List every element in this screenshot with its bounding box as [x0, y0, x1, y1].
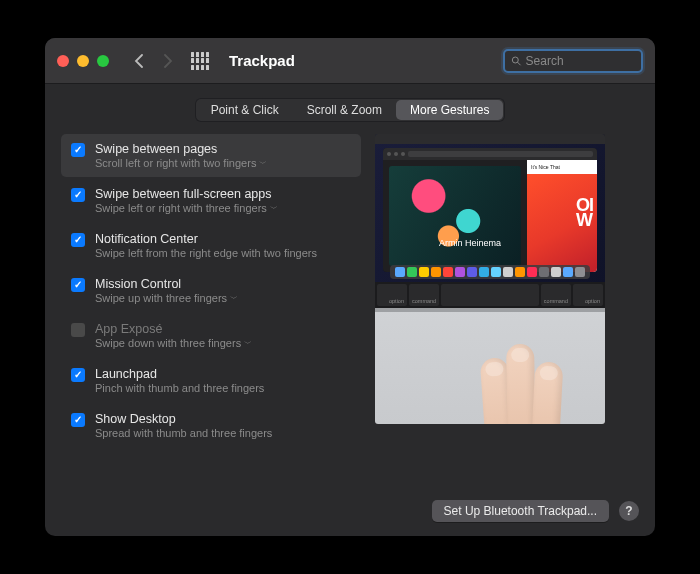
key-option: option — [573, 284, 603, 306]
option-launchpad[interactable]: Launchpad Pinch with thumb and three fin… — [61, 359, 361, 402]
help-button[interactable]: ? — [619, 501, 639, 521]
option-sub[interactable]: Swipe down with three fingers ﹀ — [95, 337, 252, 349]
chevron-down-icon: ﹀ — [244, 338, 252, 349]
option-title: Show Desktop — [95, 412, 272, 426]
option-sub: Spread with thumb and three fingers — [95, 427, 272, 439]
option-sub[interactable]: Scroll left or right with two fingers ﹀ — [95, 157, 267, 169]
preview-big-text: OI W — [576, 198, 593, 229]
preview-column: Armin Heinema It's Nice That OI W option… — [375, 134, 639, 486]
preview-menubar — [375, 134, 605, 144]
search-field[interactable] — [503, 49, 643, 73]
option-title: Swipe between full-screen apps — [95, 187, 278, 201]
option-notification-center[interactable]: Notification Center Swipe left from the … — [61, 224, 361, 267]
chevron-down-icon: ﹀ — [230, 293, 238, 304]
setup-bluetooth-button[interactable]: Set Up Bluetooth Trackpad... — [432, 500, 609, 522]
key-command: command — [541, 284, 571, 306]
checkbox[interactable] — [71, 143, 85, 157]
option-title: Notification Center — [95, 232, 317, 246]
svg-line-1 — [518, 62, 521, 65]
checkbox[interactable] — [71, 323, 85, 337]
option-sub[interactable]: Swipe left or right with three fingers ﹀ — [95, 202, 278, 214]
preview-trackpad — [375, 308, 605, 424]
preview-screen: Armin Heinema It's Nice That OI W — [375, 134, 605, 282]
preview-keyboard: option command command option — [375, 282, 605, 308]
option-title: Swipe between pages — [95, 142, 267, 156]
preview-browser: Armin Heinema It's Nice That OI W — [383, 148, 597, 272]
show-all-icon[interactable] — [191, 52, 209, 70]
preferences-window: Trackpad Point & Click Scroll & Zoom Mor… — [45, 38, 655, 536]
footer: Set Up Bluetooth Trackpad... ? — [45, 500, 655, 536]
key-option: option — [377, 284, 407, 306]
tab-more-gestures[interactable]: More Gestures — [396, 100, 503, 120]
checkbox[interactable] — [71, 188, 85, 202]
window-title: Trackpad — [229, 52, 295, 69]
option-swipe-pages[interactable]: Swipe between pages Scroll left or right… — [61, 134, 361, 177]
forward-button[interactable] — [157, 50, 179, 72]
option-title: Mission Control — [95, 277, 238, 291]
tab-scroll-zoom[interactable]: Scroll & Zoom — [293, 100, 396, 120]
options-list: Swipe between pages Scroll left or right… — [61, 134, 361, 486]
option-sub: Swipe left from the right edge with two … — [95, 247, 317, 259]
checkbox[interactable] — [71, 278, 85, 292]
checkbox[interactable] — [71, 413, 85, 427]
zoom-icon[interactable] — [97, 55, 109, 67]
minimize-icon[interactable] — [77, 55, 89, 67]
preview-header: It's Nice That — [527, 160, 597, 174]
preview-name: Armin Heinema — [439, 238, 501, 248]
checkbox[interactable] — [71, 368, 85, 382]
segmented-control: Point & Click Scroll & Zoom More Gesture… — [195, 98, 506, 122]
option-title: App Exposé — [95, 322, 252, 336]
option-show-desktop[interactable]: Show Desktop Spread with thumb and three… — [61, 404, 361, 447]
option-sub: Pinch with thumb and three fingers — [95, 382, 264, 394]
search-input[interactable] — [526, 54, 635, 68]
search-icon — [511, 55, 522, 67]
chevron-down-icon: ﹀ — [259, 158, 267, 169]
checkbox[interactable] — [71, 233, 85, 247]
option-app-expose[interactable]: App Exposé Swipe down with three fingers… — [61, 314, 361, 357]
key-command: command — [409, 284, 439, 306]
tabs-row: Point & Click Scroll & Zoom More Gesture… — [45, 84, 655, 134]
option-mission-control[interactable]: Mission Control Swipe up with three fing… — [61, 269, 361, 312]
preview-hand — [483, 329, 583, 424]
gesture-preview: Armin Heinema It's Nice That OI W option… — [375, 134, 605, 424]
tab-point-click[interactable]: Point & Click — [197, 100, 293, 120]
chevron-down-icon: ﹀ — [270, 203, 278, 214]
titlebar: Trackpad — [45, 38, 655, 84]
traffic-lights — [57, 55, 109, 67]
option-swipe-fullscreen[interactable]: Swipe between full-screen apps Swipe lef… — [61, 179, 361, 222]
key-space — [441, 284, 539, 306]
content-area: Swipe between pages Scroll left or right… — [45, 134, 655, 500]
option-title: Launchpad — [95, 367, 264, 381]
back-button[interactable] — [127, 50, 149, 72]
close-icon[interactable] — [57, 55, 69, 67]
option-sub[interactable]: Swipe up with three fingers ﹀ — [95, 292, 238, 304]
preview-dock — [390, 265, 590, 279]
